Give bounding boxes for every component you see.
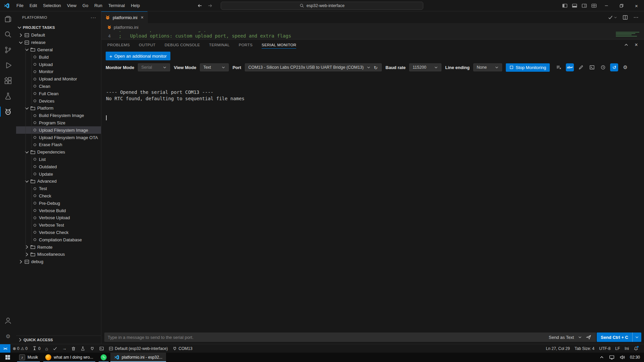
tree-item-compilation-database[interactable]: Compilation Database bbox=[16, 236, 101, 243]
tree-item-full-clean[interactable]: Full Clean bbox=[16, 90, 101, 97]
tree-item-pre-debug[interactable]: Pre-Debug bbox=[16, 199, 101, 207]
pio-terminal-button[interactable] bbox=[97, 344, 106, 353]
tree-item-general[interactable]: General bbox=[16, 46, 101, 54]
panel-tab-output[interactable]: OUTPUT bbox=[139, 40, 156, 50]
monitor-settings-gear-icon[interactable]: ⚙ bbox=[621, 63, 629, 71]
stop-monitoring-button[interactable]: Stop Monitoring bbox=[506, 63, 550, 72]
menu-item-edit[interactable]: Edit bbox=[26, 0, 40, 11]
source-control-icon[interactable] bbox=[0, 42, 16, 58]
menu-item-terminal[interactable]: Terminal bbox=[105, 0, 128, 11]
tree-item-build[interactable]: Build bbox=[16, 53, 101, 61]
serial-message-input[interactable] bbox=[108, 335, 545, 340]
tree-item-update[interactable]: Update bbox=[16, 170, 101, 178]
toggle-panel-icon[interactable] bbox=[570, 0, 579, 11]
pretty-print-brush-icon[interactable] bbox=[577, 63, 585, 71]
more-actions-icon[interactable]: ··· bbox=[91, 15, 96, 20]
tree-item-verbose-test[interactable]: Verbose Test bbox=[16, 222, 101, 229]
tree-item-advanced[interactable]: Advanced bbox=[16, 178, 101, 185]
editor-strip[interactable]: 3 ; Build options: build flags, source f… bbox=[101, 31, 644, 39]
taskbar-item-what-am-i-doing-wro[interactable]: what am I doing wro... bbox=[42, 353, 97, 362]
taskbar-item-musik[interactable]: ♪Musik bbox=[15, 353, 42, 362]
port-select[interactable]: COM13 - Silicon Labs CP210x USB to UART … bbox=[245, 63, 382, 71]
tree-item-verbose-build[interactable]: Verbose Build bbox=[16, 207, 101, 214]
clear-output-icon[interactable] bbox=[555, 63, 563, 71]
quick-access-header[interactable]: QUICK ACCESS bbox=[16, 336, 101, 344]
forward-icon[interactable] bbox=[207, 3, 213, 8]
tree-item-clean[interactable]: Clean bbox=[16, 83, 101, 90]
refresh-ports-icon[interactable]: ↻ bbox=[374, 65, 378, 70]
open-in-terminal-icon[interactable] bbox=[588, 63, 596, 71]
tree-item-upload[interactable]: Upload bbox=[16, 61, 101, 68]
close-tab-icon[interactable]: × bbox=[141, 15, 144, 20]
tree-item-erase-flash[interactable]: Erase Flash bbox=[16, 141, 101, 148]
notifications-bell[interactable] bbox=[631, 346, 641, 351]
panel-tab-ports[interactable]: PORTS bbox=[239, 40, 253, 50]
customize-layout-icon[interactable] bbox=[589, 0, 599, 11]
remote-indicator[interactable]: >< bbox=[0, 344, 10, 353]
pio-test-button[interactable] bbox=[78, 344, 88, 353]
tray-overflow-chevron-icon[interactable] bbox=[599, 355, 604, 360]
panel-tab-debug-console[interactable]: DEBUG CONSOLE bbox=[165, 40, 200, 50]
accounts-icon[interactable] bbox=[0, 313, 16, 328]
tree-item-default[interactable]: Default bbox=[16, 32, 101, 39]
pio-serial-monitor-button[interactable] bbox=[88, 344, 97, 353]
back-icon[interactable] bbox=[197, 3, 203, 8]
toggle-sidebar-icon[interactable] bbox=[560, 0, 570, 11]
send-as-label[interactable]: Send as Text bbox=[549, 335, 574, 340]
menu-item-selection[interactable]: Selection bbox=[40, 0, 64, 11]
taskbar-item-platformio-ini-esp32[interactable]: platformio.ini - esp32... bbox=[110, 353, 166, 362]
serial-port-indicator[interactable]: COM13 bbox=[170, 344, 195, 353]
problems-indicator[interactable]: ⊗0 ⚠0 bbox=[10, 344, 30, 353]
more-actions-icon[interactable] bbox=[633, 15, 639, 20]
taskbar-item-whatsapp[interactable] bbox=[97, 353, 110, 362]
chevron-down-icon[interactable] bbox=[578, 335, 582, 339]
pio-clean-button[interactable] bbox=[69, 344, 78, 353]
pio-build-button[interactable] bbox=[50, 344, 60, 353]
send-ctrl-c-button[interactable]: Send Ctrl + C bbox=[597, 333, 641, 342]
word-wrap-icon[interactable]: ab↵ bbox=[566, 63, 574, 71]
minimap[interactable] bbox=[615, 31, 639, 39]
testing-icon[interactable] bbox=[0, 88, 16, 104]
language-mode[interactable]: Ini bbox=[622, 346, 631, 351]
send-options-chevron-icon[interactable] bbox=[632, 333, 641, 342]
eol-indicator[interactable]: LF bbox=[613, 346, 622, 351]
menu-item-view[interactable]: View bbox=[64, 0, 79, 11]
panel-tab-serial-monitor[interactable]: SERIAL MONITOR bbox=[262, 40, 296, 50]
tree-item-upload-and-monitor[interactable]: Upload and Monitor bbox=[16, 75, 101, 83]
tree-item-debug[interactable]: debug bbox=[16, 258, 101, 265]
timestamp-clock-icon[interactable] bbox=[599, 63, 607, 71]
serial-output[interactable]: ---- Opened the serial port COM13 ----No… bbox=[101, 73, 644, 333]
close-panel-icon[interactable]: × bbox=[635, 42, 638, 48]
start-button[interactable] bbox=[0, 353, 15, 362]
view-mode-select[interactable]: Text bbox=[200, 63, 229, 71]
send-ctrl-c-label[interactable]: Send Ctrl + C bbox=[597, 333, 632, 342]
tree-item-upload-filesystem-image[interactable]: Upload Filesystem Image bbox=[16, 126, 101, 134]
explorer-icon[interactable] bbox=[0, 11, 16, 27]
tree-item-verbose-upload[interactable]: Verbose Upload bbox=[16, 214, 101, 222]
tree-item-platform[interactable]: Platform bbox=[16, 105, 101, 112]
tree-item-program-size[interactable]: Program Size bbox=[16, 119, 101, 127]
auto-reconnect-icon[interactable]: ↺ bbox=[610, 63, 618, 71]
maximize-panel-icon[interactable] bbox=[624, 43, 629, 47]
search-view-icon[interactable] bbox=[0, 27, 16, 42]
tree-item-list[interactable]: List bbox=[16, 156, 101, 163]
tree-item-devices[interactable]: Devices bbox=[16, 97, 101, 105]
pio-upload-button[interactable]: → bbox=[60, 344, 69, 353]
command-center-search[interactable]: esp32-web-interface bbox=[221, 2, 423, 10]
encoding-indicator[interactable]: UTF-8 bbox=[597, 346, 613, 351]
indentation-indicator[interactable]: Tab Size: 4 bbox=[572, 346, 597, 351]
tree-item-release[interactable]: release bbox=[16, 39, 101, 46]
volume-icon[interactable] bbox=[620, 355, 625, 360]
tree-item-dependencies[interactable]: Dependencies bbox=[16, 148, 101, 156]
breadcrumb[interactable]: platformio.ini bbox=[101, 23, 644, 31]
run-build-task-button[interactable] bbox=[608, 15, 617, 20]
panel-tab-problems[interactable]: PROBLEMS bbox=[107, 40, 130, 50]
pio-env-selector[interactable]: Default (esp32-web-interface) bbox=[106, 344, 170, 353]
open-additional-monitor-button[interactable]: + Open an additional monitor bbox=[106, 52, 170, 60]
pio-home-button[interactable]: ⌂ bbox=[43, 344, 50, 353]
ports-indicator[interactable]: 0 bbox=[30, 344, 43, 353]
clock[interactable]: 02:30 bbox=[630, 355, 640, 360]
panel-tab-terminal[interactable]: TERMINAL bbox=[209, 40, 229, 50]
tree-item-outdated[interactable]: Outdated bbox=[16, 163, 101, 170]
restore-button[interactable] bbox=[614, 0, 629, 11]
